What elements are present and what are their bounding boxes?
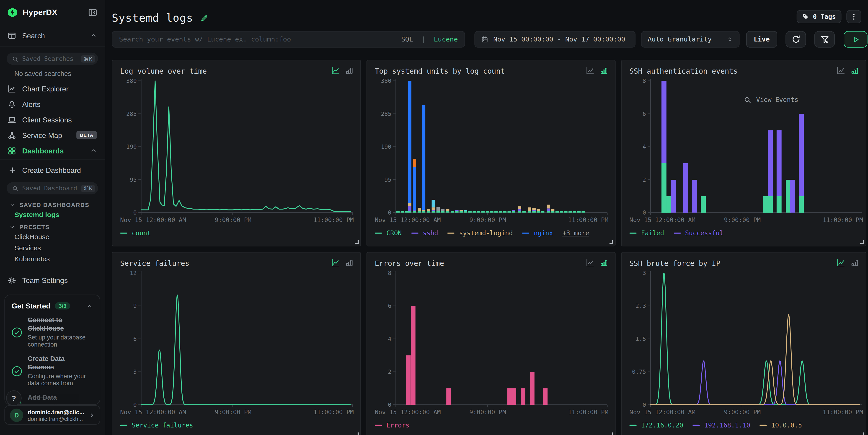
step-description: Start sending logs, metrics, or traces xyxy=(28,403,94,405)
svg-text:3: 3 xyxy=(133,368,137,375)
resize-handle[interactable] xyxy=(610,433,613,435)
chevron-down-icon xyxy=(9,224,15,229)
line-chart-toggle-icon[interactable] xyxy=(331,258,340,267)
sidebar-dashboard-services[interactable]: Services xyxy=(0,243,104,254)
bar-chart-toggle-icon[interactable] xyxy=(345,258,354,267)
run-query-button[interactable] xyxy=(844,31,867,48)
x-tick-label: 11:00:00 PM xyxy=(313,217,354,224)
resize-handle[interactable] xyxy=(355,433,359,435)
legend-item[interactable]: Errors xyxy=(375,421,409,429)
x-axis-labels: Nov 15 12:00:00 AM9:00:00 PM11:00:00 PM xyxy=(375,217,609,224)
line-chart-toggle-icon[interactable] xyxy=(837,66,845,74)
event-search-box[interactable]: SQL | Lucene xyxy=(112,31,465,48)
sidebar-dashboard-clickhouse[interactable]: ClickHouse xyxy=(0,231,104,243)
legend-color-dash xyxy=(447,232,455,234)
granularity-select[interactable]: Auto Granularity xyxy=(641,31,739,48)
x-tick-label: 9:00:00 PM xyxy=(215,409,251,416)
legend-item[interactable]: CRON xyxy=(375,229,402,237)
legend-item[interactable]: 192.168.1.10 xyxy=(693,421,750,429)
sidebar-dashboard-systemd-logs[interactable]: Systemd logs xyxy=(0,209,104,220)
section-header-1[interactable]: PRESETS xyxy=(0,222,104,231)
bar-chart-toggle-icon[interactable] xyxy=(850,258,859,267)
chart-plot[interactable]: 86420View Events xyxy=(629,77,858,216)
calendar-icon xyxy=(481,36,488,43)
svg-text:190: 190 xyxy=(126,143,137,150)
tags-button[interactable]: 0 Tags xyxy=(797,10,842,23)
chart-panel-1: Log volume over time380285190950Nov 15 1… xyxy=(112,60,361,246)
divider xyxy=(0,46,104,46)
resize-handle[interactable] xyxy=(860,433,864,435)
sidebar-dashboard-kubernetes[interactable]: Kubernetes xyxy=(0,253,104,265)
sidebar-collapse-icon[interactable] xyxy=(88,7,97,17)
svg-text:6: 6 xyxy=(388,302,392,309)
get-started-step-2[interactable]: Create Data SourcesConfigure where your … xyxy=(11,355,93,387)
edit-title-pencil-icon[interactable] xyxy=(200,14,208,22)
sidebar-item-team-settings[interactable]: Team Settings xyxy=(0,273,104,288)
saved-dashboards-field[interactable] xyxy=(22,185,77,192)
more-menu-button[interactable] xyxy=(846,10,861,23)
legend-item[interactable]: Failed xyxy=(629,229,664,237)
sidebar-item-search[interactable]: Search xyxy=(0,28,104,43)
line-chart-toggle-icon[interactable] xyxy=(586,66,594,74)
time-range-picker[interactable]: Nov 15 00:00:00 - Nov 17 00:00:00 xyxy=(474,31,636,48)
sidebar-item-dashboards[interactable]: Dashboards xyxy=(0,143,104,158)
filter-button[interactable] xyxy=(814,31,835,48)
legend-item[interactable]: systemd-logind xyxy=(447,229,513,237)
beta-badge: BETA xyxy=(76,131,97,139)
view-events-button[interactable]: View Events xyxy=(744,96,798,103)
bar-chart-toggle-icon[interactable] xyxy=(345,66,354,74)
user-menu[interactable]: D dominic.tran@clic... dominic.tran@clic… xyxy=(4,405,100,425)
saved-searches-input[interactable]: ⌘K xyxy=(7,53,98,65)
live-button[interactable]: Live xyxy=(746,31,777,48)
x-tick-label: 11:00:00 PM xyxy=(823,409,863,416)
chart-plot[interactable]: 32.31.50.750 xyxy=(629,270,858,408)
sidebar-item-service-map[interactable]: Service MapBETA xyxy=(0,127,104,143)
chart-plot[interactable]: 380285190950 xyxy=(120,77,352,216)
bar-chart-toggle-icon[interactable] xyxy=(599,258,609,267)
main-content: Systemd logs 0 Tags SQL | Lucene Nov 15 … xyxy=(105,0,868,435)
saved-dashboards-input[interactable]: ⌘K xyxy=(7,182,98,194)
chart-plot[interactable]: 86420 xyxy=(375,270,607,408)
legend-color-dash xyxy=(120,425,127,426)
legend-more-link[interactable]: +3 more xyxy=(562,229,589,237)
legend-item[interactable]: Service failures xyxy=(120,421,193,429)
legend-item[interactable]: Successful xyxy=(674,229,723,237)
chart-plot[interactable]: 380285190950 xyxy=(375,77,607,216)
sql-mode-toggle[interactable]: SQL xyxy=(401,35,413,43)
refresh-button[interactable] xyxy=(785,31,806,48)
line-chart-toggle-icon[interactable] xyxy=(331,66,340,74)
legend-label: 192.168.1.10 xyxy=(704,421,750,429)
line-chart-toggle-icon[interactable] xyxy=(837,258,845,267)
resize-handle[interactable] xyxy=(355,240,359,244)
sidebar-item-chart-explorer[interactable]: Chart Explorer xyxy=(0,81,104,96)
section-header-0[interactable]: SAVED DASHBOARDS xyxy=(0,200,104,209)
legend-item[interactable]: 10.0.0.5 xyxy=(760,421,802,429)
saved-searches-field[interactable] xyxy=(22,55,77,62)
help-button[interactable]: ? xyxy=(6,390,22,406)
create-dashboard-button[interactable]: Create Dashboard xyxy=(0,162,104,178)
resize-handle[interactable] xyxy=(860,240,864,244)
chevron-up-icon[interactable] xyxy=(86,303,93,309)
chart-type-toggles xyxy=(586,258,609,267)
sidebar-item-client-sessions[interactable]: Client Sessions xyxy=(0,112,104,127)
get-started-step-3[interactable]: Add DataStart sending logs, metrics, or … xyxy=(11,394,93,405)
x-tick-label: 9:00:00 PM xyxy=(724,217,761,224)
lucene-mode-toggle[interactable]: Lucene xyxy=(434,35,458,43)
svg-text:380: 380 xyxy=(381,77,392,84)
legend-item[interactable]: count xyxy=(120,229,151,237)
line-chart-toggle-icon[interactable] xyxy=(586,258,594,267)
legend-item[interactable]: sshd xyxy=(411,229,438,237)
chart-plot[interactable]: 129630 xyxy=(120,270,352,408)
event-search-input[interactable] xyxy=(119,35,397,43)
legend-item[interactable]: 172.16.0.20 xyxy=(629,421,683,429)
chevron-down-icon xyxy=(9,202,15,207)
legend-item[interactable]: nginx xyxy=(522,229,553,237)
svg-text:12: 12 xyxy=(130,270,137,276)
step-title: Add Data xyxy=(28,394,91,402)
bar-chart-toggle-icon[interactable] xyxy=(850,66,859,74)
resize-handle[interactable] xyxy=(610,240,613,244)
get-started-step-1[interactable]: Connect to ClickHouseSet up your databas… xyxy=(11,316,93,349)
bar-chart-toggle-icon[interactable] xyxy=(599,66,609,74)
sidebar-item-alerts[interactable]: Alerts xyxy=(0,96,104,112)
legend-label: Failed xyxy=(641,229,664,237)
